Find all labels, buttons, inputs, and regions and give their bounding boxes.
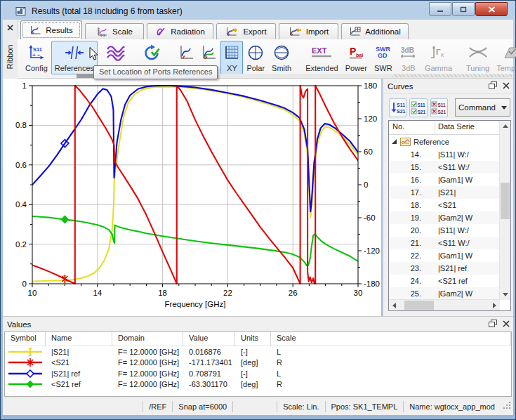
status-field-3: Scale: Lin. (277, 401, 324, 412)
curves-list-header[interactable]: No. Data Serie (389, 121, 510, 135)
tab-label: Additional (365, 27, 401, 36)
toolbar-button-extended[interactable]: EXTExtended (302, 41, 341, 74)
curves-list-item[interactable]: 18.<S21 (389, 199, 510, 211)
toolbar-button-3db[interactable]: 3dB3dB (396, 41, 421, 74)
item-number: 25. (389, 289, 421, 298)
references-icon (65, 44, 84, 62)
toolbar-button-polar[interactable]: Polar (243, 41, 268, 74)
disable-s11-s21-button[interactable]: S11S21 (430, 98, 448, 117)
close-panel-icon[interactable] (503, 82, 510, 91)
values-column-domain[interactable]: Domain (112, 332, 183, 346)
tab-radiation[interactable]: Radiation (147, 23, 213, 39)
curves-list-item[interactable]: 17.|S21| (389, 186, 510, 199)
series-value: -63.301170 (183, 380, 235, 388)
curves-list[interactable]: No. Data Serie Reference14.|S11| W:/15.<… (388, 120, 511, 311)
series-scale: R (271, 358, 511, 367)
values-panel: Values SymbolNameDomainValueUnitsScale |… (3, 316, 513, 398)
svg-text:180: 180 (364, 81, 377, 90)
curves-list-item[interactable]: 21.<S11 W:/ (389, 237, 510, 249)
curves-list-item[interactable]: 20.|S11| W:/ (389, 224, 510, 237)
toolbar-button-label: References (55, 64, 94, 72)
svg-text:-180: -180 (364, 280, 380, 288)
svg-text:+ −: + − (32, 52, 41, 58)
series-name: |S21| (46, 348, 112, 356)
close-button[interactable] (475, 2, 508, 16)
vertical-scrollbar[interactable] (499, 121, 510, 300)
values-column-name[interactable]: Name (46, 332, 112, 346)
float-panel-icon[interactable] (489, 81, 497, 91)
toolbar-button-xy[interactable]: XY (220, 41, 243, 74)
tree-expanded-icon (391, 138, 397, 145)
restore-button[interactable] (452, 2, 475, 16)
curves-list-item[interactable]: 25.|Gam2| W (389, 287, 510, 300)
plot-s11-s21-button[interactable]: S11S21 (389, 98, 406, 117)
curves-list-item[interactable]: 23.|S21| ref (389, 262, 510, 275)
chevron-down-icon (501, 106, 507, 110)
values-row[interactable]: |S21| ref F= 12.0000 [GHz] 0.708791 [-] … (5, 368, 511, 379)
values-row[interactable]: <S21 F= 12.0000 [GHz] -171.173401 [deg] … (5, 357, 511, 369)
values-column-symbol[interactable]: Symbol (5, 332, 46, 346)
tab-additional[interactable]: Additional (341, 23, 409, 39)
scroll-down-icon[interactable] (500, 289, 510, 300)
series-domain: F= 12.0000 [GHz] (112, 380, 183, 388)
tab-export[interactable]: Export (216, 23, 276, 39)
svg-text:0.4: 0.4 (15, 200, 27, 209)
svg-text:22: 22 (223, 289, 232, 297)
float-panel-icon[interactable] (489, 320, 497, 329)
chart-panel: 101418222630Frequency [GHz]00.20.40.60.8… (3, 79, 381, 316)
tuning-icon (468, 44, 489, 62)
tab-import[interactable]: Import (279, 23, 338, 39)
item-number: 23. (389, 264, 421, 273)
toolbar-button-tuning[interactable]: Tuning (463, 41, 493, 74)
db3-icon: 3dB (399, 44, 418, 62)
values-panel-title: Values (7, 320, 31, 329)
item-name: <S21 ref (438, 277, 468, 285)
command-dropdown[interactable]: Command (455, 98, 510, 117)
resize-grip[interactable] (502, 400, 513, 413)
scroll-left-icon[interactable] (389, 300, 399, 310)
toolbar-button-power[interactable]: PbalPower (342, 41, 371, 74)
tab-scale[interactable]: 0·1Scale (85, 23, 144, 39)
scrollbar-thumb[interactable] (501, 183, 510, 219)
toolbar-button-gamma[interactable]: ΓKGamma (421, 41, 456, 74)
curves-list-item[interactable]: 19.|Gam2| W (389, 211, 510, 224)
values-row[interactable]: <S21 ref F= 12.0000 [GHz] -63.301170 [de… (5, 379, 511, 391)
horizontal-scrollbar[interactable] (389, 299, 500, 310)
svg-text:26: 26 (289, 289, 298, 297)
minimize-button[interactable] (429, 2, 451, 16)
xy-icon (224, 44, 239, 62)
curves-list-item[interactable]: 16.|Gam1| W (389, 173, 510, 186)
series-domain: F= 12.0000 [GHz] (112, 369, 183, 378)
curves-list-item[interactable]: 24.<S21 ref (389, 275, 510, 287)
command-label: Command (458, 103, 496, 112)
toolbar-button-swr[interactable]: SWRGDSWR (371, 41, 396, 74)
values-column-units[interactable]: Units (235, 332, 271, 346)
scroll-right-icon[interactable] (489, 300, 500, 310)
ribbon-close-button[interactable] (5, 22, 15, 33)
toolbar-button-config[interactable]: S11+ −Config (22, 41, 51, 74)
svg-text:K: K (441, 53, 444, 58)
close-panel-icon[interactable] (503, 320, 510, 329)
scrollbar-thumb[interactable] (404, 301, 434, 310)
toolbar-button-smith[interactable]: Smith (268, 41, 295, 74)
values-row[interactable]: |S21| F= 12.0000 [GHz] 0.016876 [-] L (5, 346, 511, 357)
column-no[interactable]: No. (392, 122, 404, 131)
chart-svg[interactable]: 101418222630Frequency [GHz]00.20.40.60.8… (3, 79, 381, 316)
curves-list-item[interactable]: 15.<S11 W:/ (389, 161, 510, 173)
values-column-value[interactable]: Value (183, 332, 235, 346)
curves-list-item[interactable]: 22.|Gam1| W (389, 249, 510, 262)
tab-results[interactable]: Results (20, 20, 82, 39)
toolbar-button-template[interactable]: Template (493, 41, 516, 74)
ribbon-strip: Ribbon (3, 20, 18, 79)
series-units: [deg] (235, 358, 271, 367)
toolbar-button-label: 3dB (402, 64, 416, 72)
enable-s11-s21-button[interactable]: S11S21 (409, 98, 427, 117)
column-data-series[interactable]: Data Serie (438, 122, 475, 131)
curves-group-row[interactable]: Reference (389, 135, 510, 148)
curves-list-item[interactable]: 14.|S11| W:/ (389, 148, 510, 161)
scale-tab-icon: 0·1 (96, 27, 108, 37)
svg-text:0: 0 (22, 280, 27, 288)
scroll-up-icon[interactable] (500, 121, 510, 131)
svg-text:S11: S11 (438, 102, 446, 107)
values-column-scale[interactable]: Scale (271, 332, 511, 346)
